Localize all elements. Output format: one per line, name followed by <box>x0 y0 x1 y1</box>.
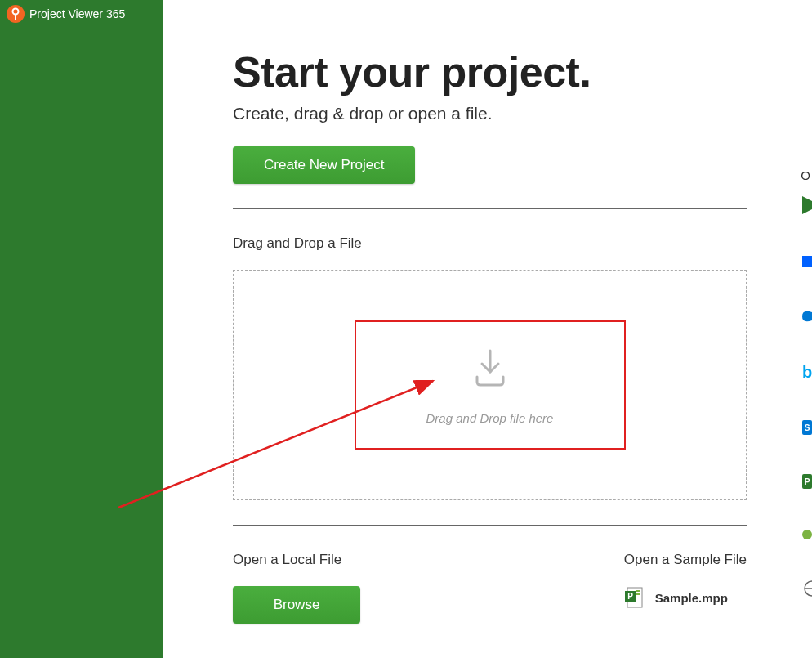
svg-rect-10 <box>802 256 812 267</box>
open-sample-section: Open a Sample File P Sample.mpp <box>624 552 747 624</box>
browse-button[interactable]: Browse <box>233 586 360 624</box>
cloud-provider-icon[interactable] <box>802 528 812 544</box>
svg-text:P: P <box>805 477 810 486</box>
cloud-provider-icon[interactable]: b <box>802 363 812 384</box>
sidebar: Project Viewer 365 <box>0 0 163 658</box>
divider <box>233 208 747 209</box>
page-subtitle: Create, drag & drop or open a file. <box>233 104 747 123</box>
cloud-provider-icon[interactable]: S <box>802 420 812 438</box>
dropzone-text: Drag and Drop file here <box>426 411 554 425</box>
sample-file-item[interactable]: P Sample.mpp <box>624 586 747 609</box>
app-logo-icon <box>7 5 25 23</box>
main-content: Start your project. Create, drag & drop … <box>163 0 812 658</box>
cloud-provider-icon[interactable]: P <box>802 474 812 492</box>
svg-text:P: P <box>627 592 633 601</box>
svg-marker-9 <box>802 196 812 214</box>
cloud-provider-icon[interactable] <box>802 309 812 327</box>
svg-rect-8 <box>636 593 640 595</box>
svg-text:b: b <box>802 363 812 381</box>
cloud-provider-icon[interactable] <box>802 196 812 217</box>
dropzone[interactable]: Drag and Drop file here <box>233 270 747 500</box>
bottom-row: Open a Local File Browse Open a Sample F… <box>233 552 747 624</box>
create-new-project-button[interactable]: Create New Project <box>233 146 415 184</box>
open-local-section: Open a Local File Browse <box>233 552 360 624</box>
drag-drop-section-label: Drag and Drop a File <box>233 235 747 252</box>
page-title: Start your project. <box>233 49 747 96</box>
cloud-provider-icon[interactable] <box>802 580 812 600</box>
divider <box>233 525 747 526</box>
app-title: Project Viewer 365 <box>29 7 125 20</box>
app-header: Project Viewer 365 <box>0 0 163 28</box>
open-local-label: Open a Local File <box>233 552 360 568</box>
open-sample-label: Open a Sample File <box>624 552 747 568</box>
mpp-file-icon: P <box>624 586 644 609</box>
svg-point-16 <box>802 530 812 539</box>
cloud-provider-icon[interactable] <box>802 253 812 273</box>
download-icon <box>467 346 513 395</box>
svg-text:S: S <box>805 423 810 432</box>
svg-rect-7 <box>636 590 640 592</box>
sample-file-name: Sample.mpp <box>655 591 728 605</box>
cloud-providers-strip: b S P <box>801 163 812 654</box>
